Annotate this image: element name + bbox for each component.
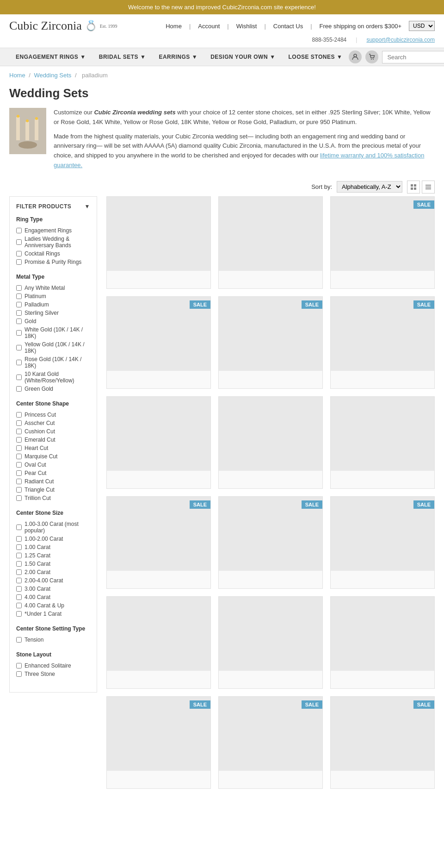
filter-checkbox-1-25-carat[interactable] bbox=[16, 553, 22, 558]
filter-checkbox-trillion[interactable] bbox=[16, 495, 22, 501]
product-card[interactable]: SALE bbox=[106, 696, 211, 789]
nav-design-your-own[interactable]: DESIGN YOUR OWN ▼ bbox=[204, 48, 282, 66]
filter-item[interactable]: 1.00-3.00 Carat (most popular) bbox=[16, 520, 90, 535]
product-card[interactable] bbox=[330, 396, 435, 489]
product-card[interactable]: SALE bbox=[218, 496, 323, 589]
filter-checkbox-1-2-carat[interactable] bbox=[16, 536, 22, 542]
nav-engagement-rings[interactable]: ENGAGEMENT RINGS ▼ bbox=[9, 48, 92, 66]
nav-home[interactable]: Home bbox=[166, 23, 182, 30]
filter-item[interactable]: Promise & Purity Rings bbox=[16, 258, 90, 266]
filter-checkbox-under-1-carat[interactable] bbox=[16, 611, 22, 617]
product-card[interactable]: SALE bbox=[218, 696, 323, 789]
filter-item[interactable]: 3.00 Carat bbox=[16, 585, 90, 593]
filter-checkbox-2-4-carat[interactable] bbox=[16, 578, 22, 583]
filter-checkbox-green-gold[interactable] bbox=[16, 386, 22, 392]
filter-item[interactable]: Platinum bbox=[16, 292, 90, 300]
product-card[interactable]: SALE bbox=[330, 296, 435, 389]
filter-checkbox-palladium[interactable] bbox=[16, 302, 22, 307]
list-view-button[interactable] bbox=[422, 181, 435, 194]
filter-item[interactable]: Tension bbox=[16, 636, 90, 644]
filter-item[interactable]: Trillion Cut bbox=[16, 494, 90, 502]
filter-checkbox-white-gold[interactable] bbox=[16, 330, 22, 336]
filter-item[interactable]: 1.50 Carat bbox=[16, 560, 90, 568]
nav-bridal-sets[interactable]: BRIDAL SETS ▼ bbox=[92, 48, 153, 66]
filter-checkbox-platinum[interactable] bbox=[16, 293, 22, 299]
filter-checkbox-ladies-wedding[interactable] bbox=[16, 239, 22, 245]
breadcrumb-wedding-sets[interactable]: Wedding Sets bbox=[34, 72, 72, 79]
support-email[interactable]: support@cubiczirconia.com bbox=[366, 37, 435, 43]
filter-item[interactable]: Any White Metal bbox=[16, 284, 90, 292]
search-input[interactable] bbox=[382, 51, 444, 63]
filter-item[interactable]: Radiant Cut bbox=[16, 477, 90, 486]
currency-select[interactable]: USD EUR GBP bbox=[409, 21, 435, 31]
filter-checkbox-1-carat[interactable] bbox=[16, 544, 22, 550]
filter-item[interactable]: 1.00 Carat bbox=[16, 543, 90, 551]
filter-checkbox-pear[interactable] bbox=[16, 470, 22, 476]
filter-checkbox-radiant[interactable] bbox=[16, 479, 22, 484]
filter-item[interactable]: Enhanced Solitaire bbox=[16, 662, 90, 670]
nav-earrings[interactable]: EARRINGS ▼ bbox=[152, 48, 204, 66]
filter-checkbox-4-carat[interactable] bbox=[16, 594, 22, 600]
sort-select[interactable]: Alphabetically, A-Z Alphabetically, Z-A … bbox=[337, 181, 402, 193]
filter-checkbox-engagement-rings[interactable] bbox=[16, 228, 22, 233]
filter-checkbox-gold[interactable] bbox=[16, 318, 22, 324]
filter-checkbox-emerald[interactable] bbox=[16, 437, 22, 443]
filter-checkbox-any-white[interactable] bbox=[16, 285, 22, 291]
filter-checkbox-sterling[interactable] bbox=[16, 310, 22, 316]
product-card[interactable]: SALE bbox=[330, 696, 435, 789]
filter-item[interactable]: Triangle Cut bbox=[16, 486, 90, 494]
filter-checkbox-triangle[interactable] bbox=[16, 487, 22, 493]
filter-item[interactable]: Oval Cut bbox=[16, 461, 90, 469]
filter-item[interactable]: Gold bbox=[16, 317, 90, 325]
filter-item[interactable]: Rose Gold (10K / 14K / 18K) bbox=[16, 355, 90, 370]
filter-item[interactable]: Sterling Silver bbox=[16, 309, 90, 317]
filter-checkbox-marquise[interactable] bbox=[16, 454, 22, 459]
nav-wishlist[interactable]: Wishlist bbox=[236, 23, 257, 30]
filter-item[interactable]: Engagement Rings bbox=[16, 226, 90, 235]
product-card[interactable]: SALE bbox=[218, 296, 323, 389]
logo[interactable]: Cubic Zirconia 💍 Est. 1999 bbox=[9, 19, 117, 33]
filter-item[interactable]: *Under 1 Carat bbox=[16, 610, 90, 618]
filter-item[interactable]: 4.00 Carat bbox=[16, 593, 90, 601]
filter-item[interactable]: Green Gold bbox=[16, 385, 90, 393]
filter-item[interactable]: Asscher Cut bbox=[16, 419, 90, 427]
filter-checkbox-promise[interactable] bbox=[16, 259, 22, 265]
breadcrumb-home[interactable]: Home bbox=[9, 72, 25, 79]
product-card[interactable]: SALE bbox=[106, 296, 211, 389]
filter-item[interactable]: 2.00-4.00 Carat bbox=[16, 576, 90, 585]
filter-item[interactable]: Cocktail Rings bbox=[16, 250, 90, 258]
product-card[interactable]: SALE bbox=[106, 496, 211, 589]
filter-checkbox-cocktail[interactable] bbox=[16, 251, 22, 256]
nav-loose-stones[interactable]: LOOSE STONES ▼ bbox=[282, 48, 349, 66]
product-card[interactable] bbox=[106, 596, 211, 689]
filter-checkbox-1-5-carat[interactable] bbox=[16, 561, 22, 567]
filter-checkbox-1-3-carat[interactable] bbox=[16, 525, 22, 530]
filter-item[interactable]: Pear Cut bbox=[16, 469, 90, 477]
filter-item[interactable]: Princess Cut bbox=[16, 411, 90, 419]
product-card[interactable]: SALE bbox=[330, 196, 435, 289]
filter-checkbox-tension[interactable] bbox=[16, 637, 22, 643]
product-card[interactable]: SALE bbox=[330, 496, 435, 589]
filter-item[interactable]: Ladies Wedding & Anniversary Bands bbox=[16, 235, 90, 250]
grid-view-button[interactable] bbox=[407, 181, 420, 194]
filter-item[interactable]: Marquise Cut bbox=[16, 452, 90, 461]
nav-contact[interactable]: Contact Us bbox=[273, 23, 303, 30]
product-card[interactable] bbox=[106, 396, 211, 489]
filter-checkbox-enhanced-solitaire[interactable] bbox=[16, 663, 22, 668]
product-card[interactable] bbox=[218, 196, 323, 289]
product-card[interactable] bbox=[218, 596, 323, 689]
filter-checkbox-3-carat[interactable] bbox=[16, 586, 22, 592]
filter-item[interactable]: Palladium bbox=[16, 300, 90, 309]
product-card[interactable] bbox=[218, 396, 323, 489]
filter-item[interactable]: Heart Cut bbox=[16, 444, 90, 452]
filter-item[interactable]: Yellow Gold (10K / 14K / 18K) bbox=[16, 340, 90, 355]
filter-item[interactable]: 10 Karat Gold (White/Rose/Yellow) bbox=[16, 370, 90, 385]
filter-checkbox-heart[interactable] bbox=[16, 445, 22, 451]
filter-checkbox-cushion[interactable] bbox=[16, 429, 22, 434]
filter-toggle-icon[interactable]: ▼ bbox=[85, 203, 90, 210]
cart-icon[interactable] bbox=[365, 50, 378, 63]
filter-checkbox-yellow-gold[interactable] bbox=[16, 345, 22, 350]
filter-checkbox-4-up-carat[interactable] bbox=[16, 603, 22, 608]
filter-checkbox-princess[interactable] bbox=[16, 412, 22, 418]
filter-checkbox-oval[interactable] bbox=[16, 462, 22, 468]
